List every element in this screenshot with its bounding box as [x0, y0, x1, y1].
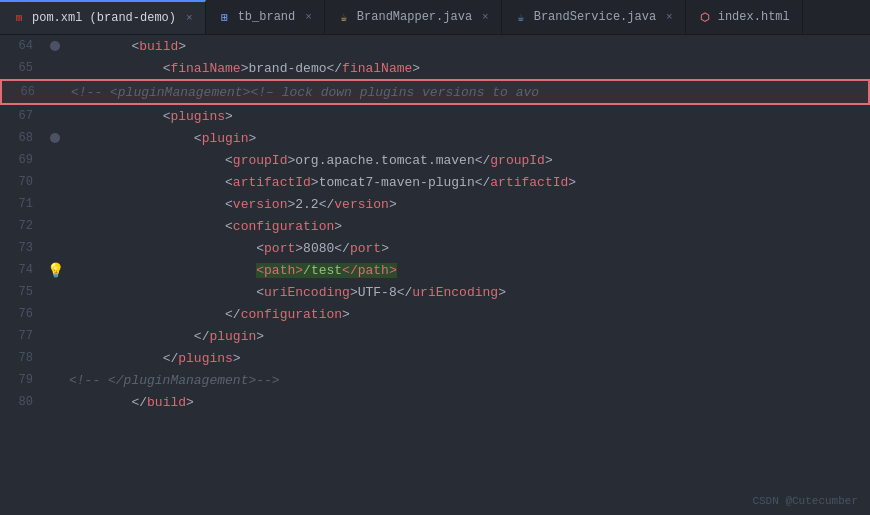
line-gutter-78	[45, 347, 65, 369]
tab-tb-brand-icon: ⊞	[218, 10, 232, 24]
line-content-76: </configuration>	[65, 303, 870, 325]
line-content-66: <!-- <pluginManagement><!– lock down plu…	[67, 81, 868, 103]
code-line-78: 78 </plugins>	[0, 347, 870, 369]
line-number-74: 74	[0, 259, 45, 281]
code-line-65: 65 <finalName>brand-demo</finalName>	[0, 57, 870, 79]
line-number-77: 77	[0, 325, 45, 347]
line-number-80: 80	[0, 391, 45, 413]
code-line-77: 77 </plugin>	[0, 325, 870, 347]
line-gutter-77	[45, 325, 65, 347]
tab-brand-service-close[interactable]: ×	[666, 11, 673, 23]
tab-brand-service[interactable]: ☕BrandService.java×	[502, 0, 686, 35]
code-line-75: 75 <uriEncoding>UTF-8</uriEncoding>	[0, 281, 870, 303]
gutter-bulb-icon: 💡	[47, 262, 64, 279]
line-content-78: </plugins>	[65, 347, 870, 369]
code-line-70: 70 <artifactId>tomcat7-maven-plugin</art…	[0, 171, 870, 193]
line-gutter-66	[47, 81, 67, 103]
line-number-64: 64	[0, 35, 45, 57]
line-content-67: <plugins>	[65, 105, 870, 127]
line-content-77: </plugin>	[65, 325, 870, 347]
tab-bar: mpom.xml (brand-demo)×⊞tb_brand×☕BrandMa…	[0, 0, 870, 35]
line-number-70: 70	[0, 171, 45, 193]
code-line-80: 80 </build>	[0, 391, 870, 413]
line-number-71: 71	[0, 193, 45, 215]
tab-pom-icon: m	[12, 11, 26, 25]
code-line-66: 66<!-- <pluginManagement><!– lock down p…	[0, 79, 870, 105]
line-number-76: 76	[0, 303, 45, 325]
line-number-66: 66	[2, 81, 47, 103]
line-content-72: <configuration>	[65, 215, 870, 237]
line-number-72: 72	[0, 215, 45, 237]
code-line-68: 68 <plugin>	[0, 127, 870, 149]
line-content-71: <version>2.2</version>	[65, 193, 870, 215]
line-content-69: <groupId>org.apache.tomcat.maven</groupI…	[65, 149, 870, 171]
line-gutter-79	[45, 369, 65, 391]
line-gutter-80	[45, 391, 65, 413]
line-number-75: 75	[0, 281, 45, 303]
line-gutter-72	[45, 215, 65, 237]
line-content-65: <finalName>brand-demo</finalName>	[65, 57, 870, 79]
tab-pom[interactable]: mpom.xml (brand-demo)×	[0, 0, 206, 35]
tab-brand-mapper-label: BrandMapper.java	[357, 10, 472, 24]
code-line-72: 72 <configuration>	[0, 215, 870, 237]
line-number-73: 73	[0, 237, 45, 259]
tab-brand-mapper[interactable]: ☕BrandMapper.java×	[325, 0, 502, 35]
code-line-76: 76 </configuration>	[0, 303, 870, 325]
gutter-dot-icon	[50, 41, 60, 51]
line-number-68: 68	[0, 127, 45, 149]
line-gutter-71	[45, 193, 65, 215]
code-line-69: 69 <groupId>org.apache.tomcat.maven</gro…	[0, 149, 870, 171]
line-content-79: <!-- </pluginManagement>-->	[65, 369, 870, 391]
line-gutter-73	[45, 237, 65, 259]
tab-index-html-label: index.html	[718, 10, 790, 24]
line-number-65: 65	[0, 57, 45, 79]
line-content-64: <build>	[65, 35, 870, 57]
line-number-78: 78	[0, 347, 45, 369]
tab-brand-mapper-close[interactable]: ×	[482, 11, 489, 23]
code-line-73: 73 <port>8080</port>	[0, 237, 870, 259]
tab-brand-mapper-icon: ☕	[337, 10, 351, 24]
code-line-71: 71 <version>2.2</version>	[0, 193, 870, 215]
tab-pom-close[interactable]: ×	[186, 12, 193, 24]
line-content-68: <plugin>	[65, 127, 870, 149]
line-content-73: <port>8080</port>	[65, 237, 870, 259]
tab-index-html-icon: ⬡	[698, 10, 712, 24]
line-content-80: </build>	[65, 391, 870, 413]
gutter-dot-icon	[50, 133, 60, 143]
tab-tb-brand[interactable]: ⊞tb_brand×	[206, 0, 325, 35]
code-line-74: 74💡 <path>/test</path>	[0, 259, 870, 281]
line-content-75: <uriEncoding>UTF-8</uriEncoding>	[65, 281, 870, 303]
line-gutter-64	[45, 35, 65, 57]
code-editor: 64 <build>65 <finalName>brand-demo</fina…	[0, 35, 870, 515]
tab-index-html[interactable]: ⬡index.html	[686, 0, 803, 35]
line-number-69: 69	[0, 149, 45, 171]
line-gutter-75	[45, 281, 65, 303]
line-gutter-67	[45, 105, 65, 127]
code-line-67: 67 <plugins>	[0, 105, 870, 127]
line-number-79: 79	[0, 369, 45, 391]
line-gutter-76	[45, 303, 65, 325]
line-gutter-70	[45, 171, 65, 193]
code-line-79: 79 <!-- </pluginManagement>-->	[0, 369, 870, 391]
line-content-74: <path>/test</path>	[65, 259, 870, 281]
line-gutter-68	[45, 127, 65, 149]
line-gutter-69	[45, 149, 65, 171]
watermark: CSDN @Cutecumber	[752, 495, 858, 507]
tab-brand-service-label: BrandService.java	[534, 10, 656, 24]
tab-pom-label: pom.xml (brand-demo)	[32, 11, 176, 25]
line-gutter-65	[45, 57, 65, 79]
line-content-70: <artifactId>tomcat7-maven-plugin</artifa…	[65, 171, 870, 193]
line-number-67: 67	[0, 105, 45, 127]
tab-brand-service-icon: ☕	[514, 10, 528, 24]
tab-tb-brand-label: tb_brand	[238, 10, 296, 24]
code-line-64: 64 <build>	[0, 35, 870, 57]
tab-tb-brand-close[interactable]: ×	[305, 11, 312, 23]
line-gutter-74: 💡	[45, 259, 65, 281]
